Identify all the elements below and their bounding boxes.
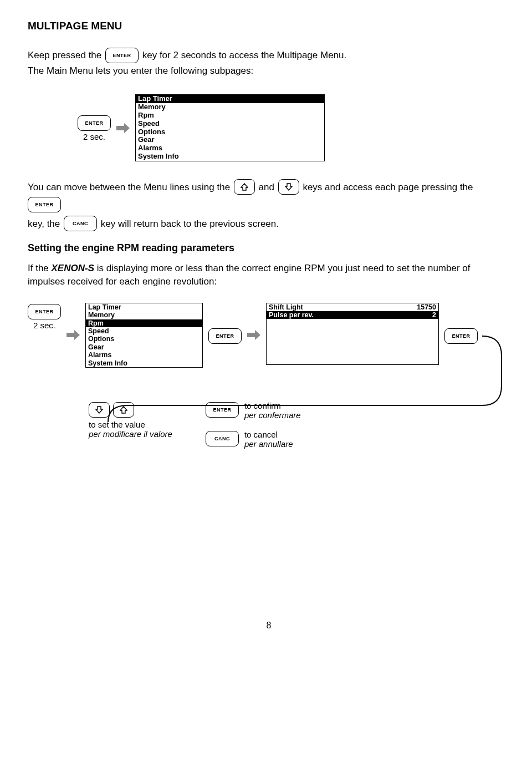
arrow-down-key-icon (278, 179, 299, 195)
arrow-down-key-icon (89, 402, 110, 418)
set-value-block: to set the value per modificare il valor… (89, 401, 172, 439)
page-number: 8 (28, 621, 510, 631)
menu-item: Memory (86, 311, 202, 319)
menu-item: Speed (136, 120, 324, 128)
rpm-subheading: Setting the engine RPM reading parameter… (28, 242, 510, 254)
main-menu-screen: Lap Timer Memory Rpm Speed Options Gear … (135, 94, 325, 162)
menu-item: Rpm (86, 319, 202, 327)
text: is displaying more or less than the corr… (28, 263, 470, 287)
menu-item: Alarms (86, 351, 202, 359)
arrow-up-key-icon (234, 179, 255, 195)
text: key for 2 seconds to access the Multipag… (140, 49, 346, 62)
menu-item: Lap Timer (86, 303, 202, 311)
value: 2 (432, 311, 436, 319)
enter-key-icon: ENTER (444, 328, 478, 344)
confirm-label-it: per confermare (244, 410, 301, 420)
cancel-label-it: per annullare (244, 439, 293, 449)
enter-key-icon: ENTER (28, 304, 61, 319)
confirm-label-en: to confirm (244, 401, 301, 410)
menu-item: Options (86, 335, 202, 343)
diagram-rpm-setting: ENTER 2 sec. Lap Timer Memory Rpm Speed … (28, 303, 510, 449)
intro-line-1: Keep pressed the ENTER key for 2 seconds… (28, 47, 510, 62)
text: and (256, 181, 277, 194)
menu-item: Lap Timer (136, 95, 324, 103)
label: Shift Light (269, 303, 303, 311)
enter-key-icon: ENTER (208, 328, 242, 344)
menu-item: Rpm (136, 111, 324, 120)
menu-item: Alarms (136, 144, 324, 153)
intro-line-2: The Main Menu lets you enter the followi… (28, 64, 510, 78)
rpm-settings-screen: Shift Light 15750 Pulse per rev. 2 (266, 303, 439, 365)
arrow-right-icon (116, 123, 130, 133)
nav-line-2: key, the CANC key will return back to th… (28, 215, 510, 230)
diagram-main-menu: ENTER 2 sec. Lap Timer Memory Rpm Speed … (78, 94, 510, 162)
two-sec-label: 2 sec. (33, 321, 55, 330)
enter-2sec-stack: ENTER 2 sec. (28, 303, 61, 330)
enter-2sec-stack: ENTER 2 sec. (78, 114, 111, 141)
cancel-label-en: to cancel (244, 430, 293, 439)
arrow-up-key-icon (113, 402, 134, 418)
text: If the (28, 263, 52, 273)
text: key will return back to the previous scr… (98, 217, 279, 231)
main-menu-screen-rpm-selected: Lap Timer Memory Rpm Speed Options Gear … (85, 303, 203, 368)
menu-item: Memory (136, 103, 324, 111)
menu-item: System Info (86, 359, 202, 367)
canc-key-icon: CANC (206, 431, 239, 446)
text: keys and access each page pressing the (300, 181, 476, 194)
menu-item: Options (136, 128, 324, 136)
rpm-paragraph: If the XENON-S is displaying more or les… (28, 262, 510, 288)
label: Pulse per rev. (269, 311, 314, 319)
page-title: MULTIPAGE MENU (28, 20, 510, 32)
value: 15750 (417, 303, 436, 311)
text: Keep pressed the (28, 49, 104, 62)
menu-item: Gear (86, 343, 202, 351)
menu-item: System Info (136, 153, 324, 161)
enter-key-icon: ENTER (28, 197, 61, 212)
enter-key-icon: ENTER (78, 115, 111, 131)
set-value-label-it: per modificare il valore (89, 429, 172, 439)
rpm-row-shift-light: Shift Light 15750 (267, 303, 438, 311)
product-name: XENON-S (52, 263, 94, 273)
two-sec-label: 2 sec. (83, 132, 105, 141)
enter-key-icon: ENTER (206, 402, 239, 418)
confirm-cancel-block: ENTER to confirm per confermare CANC to … (206, 401, 301, 449)
rpm-row-pulse-per-rev: Pulse per rev. 2 (267, 311, 438, 319)
enter-key-icon: ENTER (105, 48, 139, 63)
text: You can move between the Menu lines usin… (28, 181, 233, 194)
set-value-label-en: to set the value (89, 420, 172, 429)
canc-key-icon: CANC (64, 216, 97, 231)
arrow-right-icon (247, 330, 260, 340)
arrow-right-icon (66, 330, 80, 340)
menu-item: Speed (86, 327, 202, 335)
menu-item: Gear (136, 136, 324, 144)
text: key, the (28, 217, 63, 231)
nav-line-1: You can move between the Menu lines usin… (28, 178, 510, 211)
